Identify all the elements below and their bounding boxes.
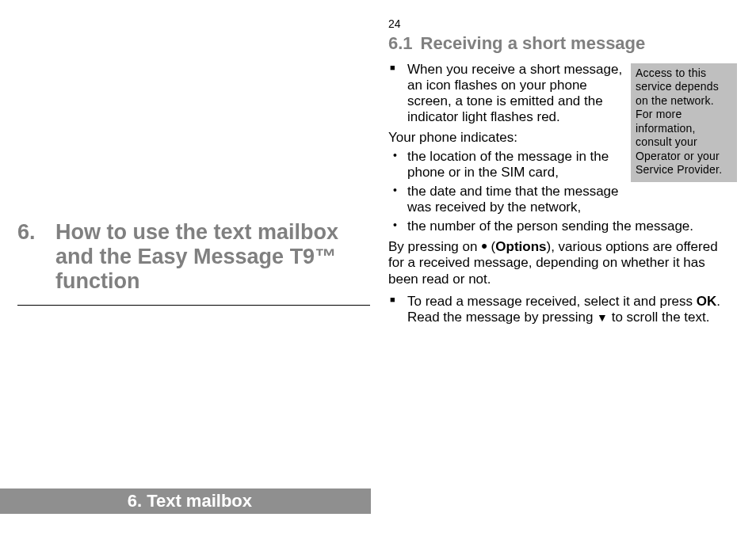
square-bullet-1: When you receive a short message, an ico… — [388, 62, 737, 125]
list-item: the location of the message in the phone… — [388, 149, 737, 181]
chapter-title: How to use the text mailbox and the Easy… — [55, 220, 341, 294]
square-bullet-2: To read a message received, select it an… — [388, 294, 737, 325]
page-number: 24 — [388, 17, 401, 30]
chapter-heading-block: 6.How to use the text mailbox and the Ea… — [17, 220, 370, 306]
indicates-list: the location of the message in the phone… — [388, 149, 737, 234]
para-text: By pressing on — [388, 239, 481, 254]
section-title: Receiving a short message — [421, 33, 646, 53]
list-item: the date and time that the message was r… — [388, 184, 737, 215]
options-label: Options — [495, 239, 546, 254]
sq2-text: To read a message received, select it an… — [407, 294, 697, 309]
options-paragraph: By pressing on • (Options), various opti… — [388, 239, 737, 287]
sq2-text: to scroll the text. — [608, 310, 710, 325]
chapter-divider — [17, 305, 370, 306]
chapter-number: 6. — [17, 220, 55, 245]
list-item: the number of the person sending the mes… — [388, 219, 737, 234]
section-number: 6.1 — [388, 33, 413, 53]
softkey-dot-icon: • — [481, 236, 487, 256]
content-column: 6.1Receiving a short message Access to t… — [388, 33, 737, 330]
ok-label: OK — [697, 294, 717, 309]
down-triangle-icon: ▼ — [597, 311, 608, 324]
section-heading: 6.1Receiving a short message — [388, 33, 737, 54]
footer-bar: 6. Text mailbox — [0, 488, 371, 514]
